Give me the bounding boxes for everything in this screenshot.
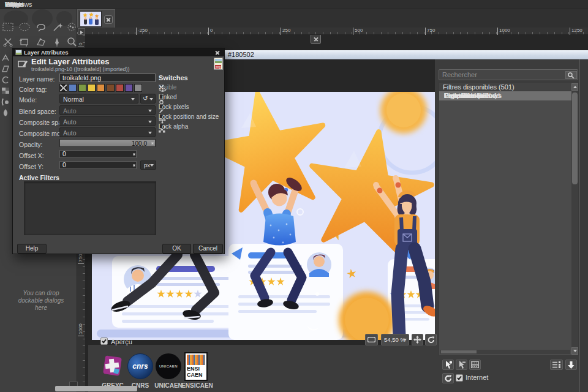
opacity-spinner[interactable] — [149, 140, 155, 146]
offset-x-spinner[interactable] — [131, 150, 137, 158]
offset-x-label: Offset X: — [19, 152, 44, 159]
preview-move-button[interactable] — [412, 334, 423, 345]
offset-y-spinner[interactable] — [131, 161, 137, 169]
layer-name-label: Layer name: — [19, 75, 55, 83]
ruler-tick-0: 0 — [78, 43, 84, 47]
ruler-corner-menu-button[interactable] — [78, 28, 85, 35]
filters-scrollbar[interactable] — [571, 91, 578, 348]
layer-thumbnail: png — [214, 58, 223, 70]
color-tag-swatch[interactable] — [134, 84, 142, 92]
layer-name-input[interactable]: troikafeld.png — [59, 74, 156, 82]
preview-controls: Aperçu 54,50 % — [88, 336, 435, 354]
mode-reset-select[interactable]: ↺ — [140, 94, 156, 104]
switch-label: Visible — [159, 84, 176, 91]
blur-tool-icon[interactable] — [0, 107, 11, 119]
image-tab-thumbnail — [80, 11, 102, 27]
hscrollbar-thumb[interactable] — [441, 350, 477, 353]
refresh-filters-button[interactable] — [442, 373, 454, 383]
crop-tool-icon[interactable] — [18, 36, 31, 48]
zoom-level-select[interactable]: 54,50 % — [381, 334, 409, 345]
menu-help[interactable]: Help — [0, 0, 24, 9]
color-tag-swatches — [59, 84, 145, 92]
switch-lock-pixels: Lock pixels — [159, 102, 225, 111]
blend-space-select[interactable]: Auto — [59, 105, 156, 115]
list-view-button[interactable] — [550, 360, 563, 370]
add-fave-button[interactable] — [442, 360, 454, 370]
filters-list: Filtres disponibles (501) AboutArrays & … — [439, 82, 579, 356]
ok-button[interactable]: OK — [162, 244, 191, 254]
color-tag-none[interactable] — [59, 84, 67, 92]
dialog-titlebar[interactable]: Layer Attributes — [13, 48, 224, 56]
filter-search-placeholder: Rechercher — [442, 71, 477, 78]
free-select-tool-icon[interactable] — [34, 21, 48, 33]
ensicaen-logo-mosaic — [187, 355, 205, 365]
switch-label: Lock pixels — [159, 104, 189, 110]
gimp-application: FileEditSelectViewImageLayerColorsToolsF… — [0, 0, 588, 392]
search-button[interactable] — [565, 71, 577, 79]
composite-mode-select[interactable]: Auto — [59, 127, 156, 137]
help-button[interactable]: Help — [17, 244, 47, 254]
internet-row: Internet — [439, 373, 579, 384]
internet-checkbox-label: Internet — [466, 374, 488, 381]
tab-close-icon[interactable] — [104, 15, 113, 24]
ruler-tick--250: -250 — [136, 28, 148, 35]
zoom-tool-icon[interactable] — [65, 36, 78, 48]
offset-unit-select[interactable]: px — [140, 160, 156, 170]
remove-fave-button[interactable] — [456, 360, 467, 370]
composite-space-select[interactable]: Auto — [59, 116, 156, 126]
zoom-fit-button[interactable] — [365, 334, 378, 345]
filters-tree: AboutArrays & tilesArtisticBlack & white… — [439, 91, 571, 354]
cnrs-logo-text: cnrs — [132, 362, 148, 371]
png-badge: png — [215, 65, 221, 69]
color-tag-swatch[interactable] — [69, 84, 77, 92]
ellipse-select-tool-icon[interactable] — [18, 21, 31, 33]
scrollbar-thumb[interactable] — [572, 92, 578, 184]
ruler-tick-750: 750 — [78, 254, 84, 264]
select-by-color-tool-icon[interactable] — [65, 21, 78, 33]
layer-attributes-dialog: Layer Attributes Edit Layer Attributes t… — [12, 48, 225, 254]
color-tag-swatch[interactable] — [78, 84, 86, 92]
filters-toolbar — [439, 360, 579, 372]
unicaen-logo-text: UNICAEN — [159, 364, 178, 368]
internet-checkbox[interactable] — [456, 374, 463, 382]
ruler-tick-500: 500 — [353, 28, 363, 35]
horizontal-ruler: -250025050075010001250 — [77, 28, 588, 35]
ensicaen-logo-caption: ENSICAEN — [180, 382, 214, 389]
clone-tool-icon[interactable] — [0, 74, 11, 86]
rename-fave-button[interactable] — [469, 360, 481, 370]
filters-hscrollbar[interactable] — [440, 350, 570, 354]
filter-search-input[interactable]: Rechercher — [439, 69, 578, 80]
paintbrush-tool-icon[interactable] — [0, 96, 11, 108]
color-tag-swatch[interactable] — [125, 84, 133, 92]
preview-checkbox[interactable] — [100, 337, 108, 345]
cancel-button[interactable]: Cancel — [193, 244, 223, 254]
measure-tool-icon[interactable] — [0, 51, 11, 64]
color-tag-swatch[interactable] — [88, 84, 96, 92]
offset-y-input[interactable]: 0 — [59, 161, 137, 169]
color-tag-swatch[interactable] — [97, 84, 105, 92]
active-filters-label: Active Filters — [19, 174, 59, 181]
dialog-close-icon[interactable] — [214, 49, 221, 56]
color-tag-label: Color tag: — [19, 86, 47, 93]
ink-tool-icon[interactable] — [50, 36, 64, 48]
ruler-tick-750: 750 — [425, 28, 435, 35]
fuzzy-select-tool-icon[interactable] — [50, 21, 64, 33]
color-tag-swatch[interactable] — [107, 84, 115, 92]
mode-select[interactable]: Normal — [59, 94, 138, 104]
dialog-subheading: troikafeld.png-10 ([troikafeld] (importe… — [31, 66, 130, 72]
rect-select-tool-icon[interactable] — [1, 21, 15, 33]
transform-tool-icon[interactable] — [34, 36, 48, 48]
scissors-tool-icon[interactable] — [1, 36, 15, 48]
color-tag-swatch[interactable] — [116, 84, 124, 92]
scroll-down-button[interactable] — [571, 347, 578, 355]
preview-refresh-button[interactable] — [425, 334, 437, 345]
gmic-filters-panel: Rechercher Filtres disponibles (501) Abo… — [439, 69, 579, 356]
opacity-slider[interactable]: 100,0 — [59, 139, 156, 147]
download-filters-button[interactable] — [565, 360, 577, 370]
filter-item-patterns[interactable]: Patterns — [439, 91, 571, 100]
scroll-up-button[interactable] — [571, 83, 578, 91]
offset-x-input[interactable]: 0 — [59, 150, 137, 158]
image-tab[interactable] — [77, 9, 115, 28]
shear-tool-icon[interactable] — [0, 62, 11, 75]
pattern-tool-icon[interactable] — [0, 85, 11, 97]
